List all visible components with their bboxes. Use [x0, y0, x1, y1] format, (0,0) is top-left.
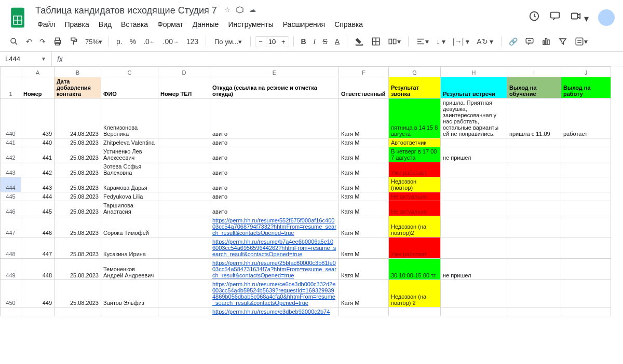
- row-header[interactable]: 444: [1, 177, 21, 192]
- cell[interactable]: [507, 192, 561, 201]
- history-icon[interactable]: [529, 10, 540, 24]
- cell[interactable]: [441, 192, 507, 201]
- cell[interactable]: [561, 216, 611, 237]
- cell[interactable]: 449: [21, 280, 55, 307]
- cell[interactable]: авито: [210, 201, 339, 216]
- avatar[interactable]: [598, 9, 615, 26]
- cell[interactable]: [441, 177, 507, 192]
- col-header-J[interactable]: J: [561, 67, 611, 77]
- cell[interactable]: Катя М: [339, 280, 389, 307]
- header-cell-E[interactable]: Откуда (ссылка на резюме и отметка откуд…: [210, 77, 339, 99]
- print-icon[interactable]: [50, 35, 65, 48]
- cell[interactable]: [507, 216, 561, 237]
- paint-format-icon[interactable]: [66, 35, 82, 48]
- cell[interactable]: [561, 307, 611, 316]
- meet-icon[interactable]: ▾: [570, 10, 589, 24]
- cell[interactable]: авито: [210, 99, 339, 138]
- cell[interactable]: Zhitpeleva Valentina: [101, 138, 158, 147]
- row-header[interactable]: 1: [1, 77, 21, 99]
- cell[interactable]: [441, 201, 507, 216]
- row-header[interactable]: 446: [1, 201, 21, 216]
- row-header[interactable]: 445: [1, 192, 21, 201]
- menu-Расширения[interactable]: Расширения: [279, 18, 329, 31]
- header-cell-G[interactable]: Результат звонка: [389, 77, 441, 99]
- cell[interactable]: https://perm.hh.ru/resume/552f675f000af1…: [210, 216, 339, 237]
- cell[interactable]: [158, 307, 210, 316]
- cell[interactable]: Темоненков Андрей Андреевич: [101, 259, 158, 280]
- cell[interactable]: [561, 147, 611, 162]
- row-header[interactable]: 442: [1, 147, 21, 162]
- row-header[interactable]: [1, 307, 21, 316]
- cell[interactable]: [21, 307, 55, 316]
- rotate-button[interactable]: A↻ ▾: [473, 35, 496, 48]
- cell[interactable]: [158, 259, 210, 280]
- header-cell-F[interactable]: Ответственный: [339, 77, 389, 99]
- cell[interactable]: Катя М: [339, 259, 389, 280]
- cell[interactable]: Клепизонова Вероника: [101, 99, 158, 138]
- decrease-decimal-button[interactable]: .0←: [140, 35, 158, 48]
- undo-icon[interactable]: ↶: [23, 35, 35, 48]
- font-size-increase[interactable]: +: [278, 37, 289, 47]
- cell[interactable]: [507, 259, 561, 280]
- cell[interactable]: [158, 99, 210, 138]
- cell[interactable]: [158, 138, 210, 147]
- sheets-logo[interactable]: [8, 5, 27, 30]
- borders-button[interactable]: [368, 35, 384, 48]
- cell[interactable]: 444: [21, 192, 55, 201]
- bold-button[interactable]: B: [298, 35, 309, 48]
- cell[interactable]: [561, 162, 611, 177]
- cell[interactable]: Уже работает: [389, 237, 441, 259]
- cell[interactable]: [441, 280, 507, 307]
- cell[interactable]: https://perm.hh.ru/resume/b7a4ee6b0006a5…: [210, 237, 339, 259]
- col-header-E[interactable]: E: [210, 67, 339, 77]
- cell[interactable]: авито: [210, 192, 339, 201]
- row-header[interactable]: 441: [1, 138, 21, 147]
- cell[interactable]: Зотева Софья Валеховна: [101, 162, 158, 177]
- cell[interactable]: пятница в 14 15 8 августа: [389, 99, 441, 138]
- cell[interactable]: [507, 147, 561, 162]
- cell[interactable]: авито: [210, 162, 339, 177]
- row-header[interactable]: 447: [1, 216, 21, 237]
- strike-button[interactable]: S: [320, 35, 331, 48]
- cell[interactable]: [561, 237, 611, 259]
- menu-Вставка[interactable]: Вставка: [117, 18, 152, 31]
- move-icon[interactable]: [236, 6, 244, 16]
- cell[interactable]: не пришел: [441, 259, 507, 280]
- fill-color-button[interactable]: [351, 35, 367, 48]
- col-header-B[interactable]: B: [55, 67, 101, 77]
- cell[interactable]: [561, 138, 611, 147]
- cell[interactable]: https://perm.hh.ru/resume/ce6ce3db000c33…: [210, 280, 339, 307]
- increase-decimal-button[interactable]: .00→: [160, 35, 182, 48]
- text-color-button[interactable]: A: [332, 35, 343, 48]
- zoom-select[interactable]: 75% ▾: [83, 37, 104, 47]
- cell[interactable]: Катя М: [339, 216, 389, 237]
- header-cell-A[interactable]: Номер: [21, 77, 55, 99]
- header-cell-J[interactable]: Выход на работу: [561, 77, 611, 99]
- comment-icon[interactable]: [549, 10, 561, 24]
- grid[interactable]: ABCDEFGHIJ 1НомерДата добавления контакт…: [0, 66, 623, 347]
- cell[interactable]: 25.08.2023: [55, 192, 101, 201]
- cell[interactable]: [158, 177, 210, 192]
- italic-button[interactable]: I: [310, 35, 319, 48]
- name-box[interactable]: L444▼: [0, 52, 52, 66]
- cell[interactable]: Катя М: [339, 192, 389, 201]
- cell[interactable]: https://perm.hh.ru/resume/25bfac80000c3b…: [210, 259, 339, 280]
- cell[interactable]: [158, 162, 210, 177]
- col-header-D[interactable]: D: [158, 67, 210, 77]
- cell[interactable]: авито: [210, 147, 339, 162]
- cell[interactable]: 439: [21, 99, 55, 138]
- cell[interactable]: [507, 307, 561, 316]
- font-size-input[interactable]: [266, 37, 278, 47]
- percent-button[interactable]: %: [127, 35, 139, 48]
- row-header[interactable]: 443: [1, 162, 21, 177]
- cell[interactable]: https://perm.hh.ru/resume/e3dbeb92000c2b…: [210, 307, 339, 316]
- header-cell-H[interactable]: Результат встречи: [441, 77, 507, 99]
- row-header[interactable]: 448: [1, 237, 21, 259]
- redo-icon[interactable]: ↷: [36, 35, 49, 48]
- filter-button[interactable]: [555, 35, 571, 48]
- cell[interactable]: [507, 201, 561, 216]
- cell[interactable]: Не актуально: [389, 192, 441, 201]
- menu-Файл[interactable]: Файл: [33, 18, 59, 31]
- cell[interactable]: [339, 307, 389, 316]
- col-header-C[interactable]: C: [101, 67, 158, 77]
